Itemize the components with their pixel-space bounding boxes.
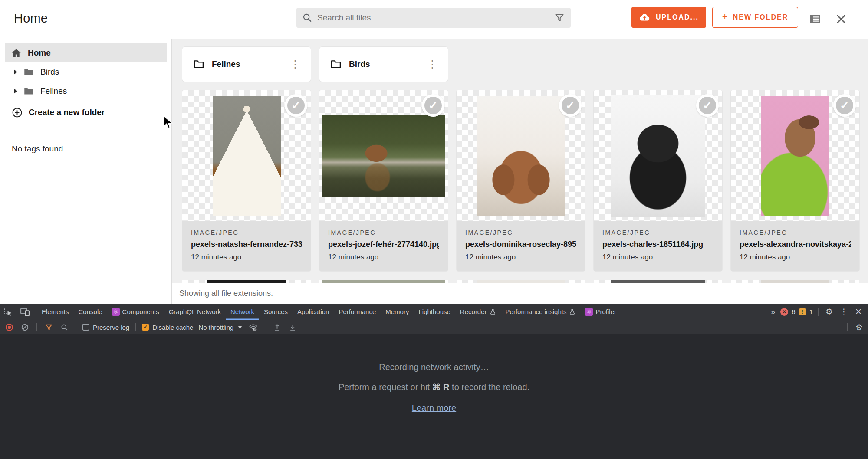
select-check-icon[interactable]: ✓ (422, 94, 444, 117)
folder-menu-button[interactable]: ⋮ (287, 57, 303, 71)
devtools-tab-console[interactable]: Console (74, 304, 107, 320)
network-settings-button[interactable]: ⚙ (854, 322, 865, 332)
devtools-tab-sources[interactable]: Sources (259, 304, 293, 320)
file-row-2-partial (182, 280, 859, 283)
devtools-close-button[interactable]: ✕ (853, 307, 864, 317)
file-name: pexels-natasha-fernandez-733... (191, 240, 302, 249)
filter-network-button[interactable] (43, 321, 54, 333)
file-card[interactable] (731, 280, 859, 283)
error-count[interactable]: 6 (792, 308, 795, 315)
devtools-tab-memory[interactable]: Memory (381, 304, 414, 320)
file-meta: IMAGE/JPEG pexels-alexandra-novitskaya-2… (731, 221, 859, 271)
search-network-button[interactable] (59, 321, 70, 333)
folder-menu-button[interactable]: ⋮ (424, 57, 440, 71)
file-card[interactable] (319, 280, 448, 283)
filter-icon[interactable] (554, 13, 565, 23)
devtools-tab-performance[interactable]: Performance (334, 304, 381, 320)
devtools-tab-elements[interactable]: Elements (37, 304, 74, 320)
disable-cache-checkbox[interactable]: ✓ Disable cache (142, 324, 193, 331)
folder-card-birds[interactable]: Birds ⋮ (319, 47, 448, 82)
sidebar-item-birds[interactable]: Birds (0, 64, 167, 80)
file-card[interactable] (457, 280, 585, 283)
search-box[interactable] (296, 8, 571, 28)
create-new-folder-button[interactable]: Create a new folder (12, 104, 105, 121)
circle-plus-icon (12, 107, 23, 118)
search-icon (302, 13, 312, 23)
select-check-icon[interactable]: ✓ (833, 94, 856, 117)
preserve-log-checkbox[interactable]: Preserve log (82, 324, 129, 331)
devtools-menu-button[interactable]: ⋮ (838, 307, 850, 317)
cloud-upload-icon (639, 12, 651, 23)
upload-arrow-icon (273, 324, 281, 331)
devtools-settings-button[interactable]: ⚙ (824, 307, 835, 317)
file-card[interactable] (182, 280, 311, 283)
error-badge-icon: ✕ (780, 308, 788, 316)
device-toolbar-button[interactable] (16, 304, 33, 320)
learn-more-link[interactable]: Learn more (412, 403, 456, 413)
upload-button[interactable]: UPLOAD... (631, 7, 706, 28)
list-view-icon (808, 12, 822, 26)
sidebar-item-home[interactable]: Home (5, 43, 167, 62)
devtools-tab-profiler[interactable]: ⚛Profiler (580, 304, 621, 320)
record-network-log-button[interactable] (3, 321, 15, 333)
divider (847, 323, 848, 331)
divider (76, 323, 76, 331)
file-card[interactable]: ✓ IMAGE/JPEG pexels-natasha-fernandez-73… (182, 90, 311, 271)
divider (818, 308, 819, 316)
devtools-tab-lighthouse[interactable]: Lighthouse (414, 304, 455, 320)
photo-black-pug (611, 95, 705, 217)
file-thumbnail: ✓ (457, 90, 585, 221)
upload-label: UPLOAD... (656, 13, 699, 21)
file-meta: IMAGE/JPEG pexels-jozef-fehér-2774140.jp… (319, 221, 448, 271)
sidebar-item-felines[interactable]: Felines (0, 83, 167, 99)
file-card[interactable]: ✓ IMAGE/JPEG pexels-charles-1851164.jpg … (594, 90, 722, 271)
chevron-down-icon (238, 326, 242, 328)
file-card[interactable]: ✓ IMAGE/JPEG pexels-alexandra-novitskaya… (731, 90, 859, 271)
devtools-tab-graphql-network[interactable]: GraphQL Network (164, 304, 226, 320)
inspect-element-button[interactable] (0, 304, 16, 320)
more-tabs-button[interactable]: » (769, 307, 777, 317)
react-icon: ⚛ (112, 308, 120, 316)
close-button[interactable] (832, 10, 850, 28)
search-input[interactable] (317, 13, 554, 23)
select-check-icon[interactable]: ✓ (696, 94, 719, 117)
folder-card-felines[interactable]: Felines ⋮ (182, 47, 311, 82)
devtools-tab-network[interactable]: Network (226, 304, 259, 320)
file-row: ✓ IMAGE/JPEG pexels-natasha-fernandez-73… (182, 90, 859, 271)
devtools-tab-performance-insights[interactable]: Performance insights (501, 304, 581, 320)
file-card[interactable] (594, 280, 722, 283)
folder-icon (23, 85, 34, 97)
file-type: IMAGE/JPEG (602, 229, 713, 236)
inspect-icon (3, 307, 13, 317)
file-time: 12 minutes ago (191, 253, 302, 262)
warning-count[interactable]: 1 (809, 308, 813, 315)
devtools-tab-recorder[interactable]: Recorder (455, 304, 501, 320)
clear-network-log-button[interactable] (19, 321, 30, 333)
search-icon (61, 324, 68, 331)
clear-icon (21, 324, 29, 331)
chevron-right-icon[interactable] (14, 69, 17, 75)
sidebar-divider (10, 131, 162, 131)
new-folder-button[interactable]: + NEW FOLDER (712, 7, 798, 28)
devtools-tab-application[interactable]: Application (293, 304, 334, 320)
record-icon (6, 324, 13, 331)
file-card[interactable]: ✓ IMAGE/JPEG pexels-jozef-fehér-2774140.… (319, 90, 448, 271)
page-title: Home (14, 11, 48, 26)
select-check-icon[interactable]: ✓ (285, 94, 307, 117)
folder-name: Felines (212, 59, 240, 69)
file-card[interactable]: ✓ IMAGE/JPEG pexels-dominika-roseclay-89… (457, 90, 585, 271)
devtools-tab-components[interactable]: ⚛Components (107, 304, 164, 320)
chevron-right-icon[interactable] (14, 89, 17, 94)
import-har-button[interactable] (271, 321, 283, 333)
export-har-button[interactable] (287, 321, 298, 333)
close-icon (835, 13, 847, 25)
folder-icon (193, 58, 205, 70)
select-check-icon[interactable]: ✓ (559, 94, 582, 117)
network-conditions-icon (249, 323, 258, 331)
file-extensions-note: Showing all file extensions. (172, 283, 868, 304)
network-conditions-button[interactable] (247, 321, 259, 333)
throttling-dropdown[interactable]: No throttling (197, 324, 243, 331)
list-view-button[interactable] (806, 10, 824, 28)
devtools-tab-bar: Elements Console ⚛Components GraphQL Net… (0, 304, 868, 320)
file-meta: IMAGE/JPEG pexels-dominika-roseclay-8952… (457, 221, 585, 271)
